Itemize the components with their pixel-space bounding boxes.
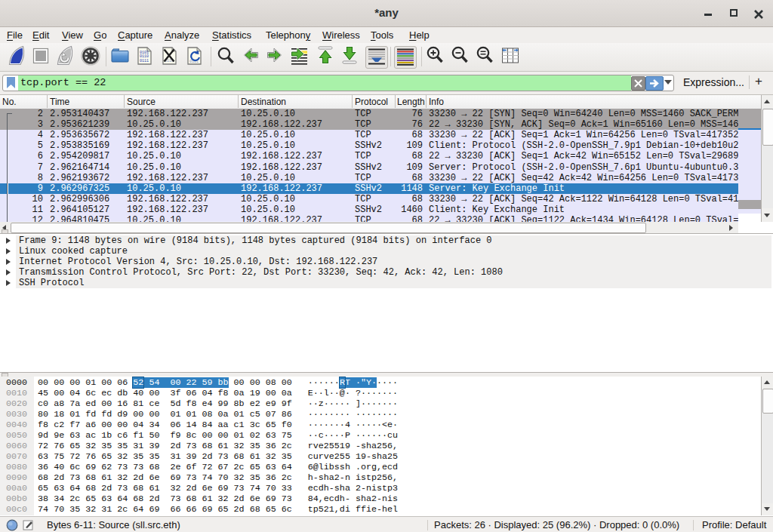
svg-text:0111: 0111 <box>140 59 149 63</box>
